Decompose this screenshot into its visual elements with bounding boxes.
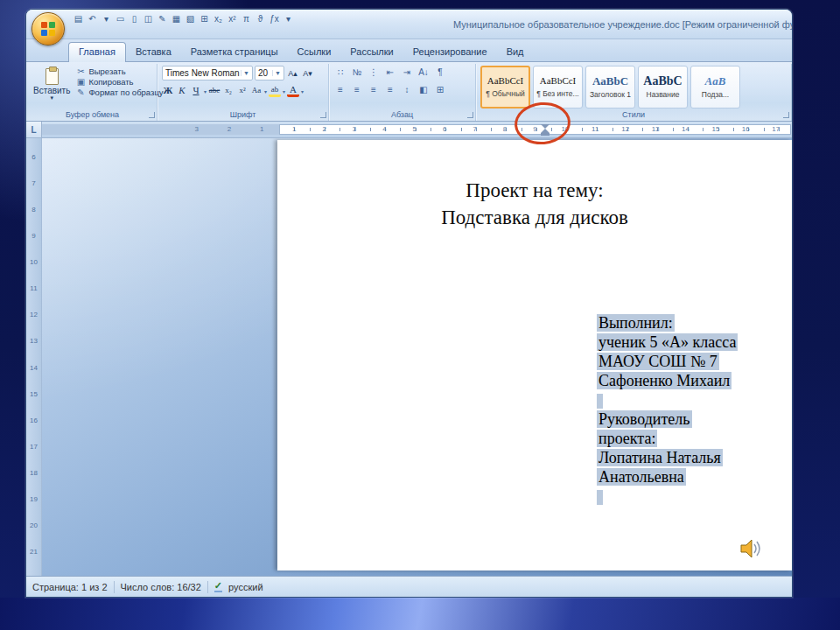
increase-indent-icon[interactable]: ⇥ bbox=[400, 66, 414, 80]
ruler-number: 10 bbox=[26, 249, 41, 276]
selected-line[interactable]: ученик 5 «А» класса bbox=[597, 332, 738, 352]
print-preview-icon[interactable]: ◫ bbox=[142, 12, 155, 26]
title-line[interactable]: Подставка для дисков bbox=[277, 204, 792, 231]
format-painter-button[interactable]: ✎ Формат по образцу bbox=[75, 88, 163, 97]
copy-button[interactable]: ▣ Копировать bbox=[75, 77, 163, 87]
edit-icon[interactable]: ✎ bbox=[156, 12, 169, 26]
function-icon[interactable]: ƒx bbox=[268, 12, 281, 26]
clipboard-icon bbox=[46, 68, 59, 85]
grow-font-button[interactable]: А▴ bbox=[286, 66, 299, 80]
selected-line[interactable] bbox=[597, 486, 738, 506]
selected-line[interactable]: Выполнил: bbox=[597, 313, 738, 332]
theta-icon[interactable]: ϑ bbox=[254, 12, 267, 26]
line-spacing-icon[interactable]: ↕ bbox=[400, 83, 414, 97]
borders-grid-icon[interactable]: ⊞ bbox=[433, 83, 447, 97]
font-dialog-launcher-icon[interactable] bbox=[320, 112, 326, 118]
italic-button[interactable]: К bbox=[176, 84, 188, 98]
case-dropdown-icon[interactable]: ▾ bbox=[264, 88, 267, 94]
font-family-combo[interactable]: Times New Roman ▼ bbox=[162, 66, 253, 80]
paste-dropdown-icon[interactable]: ▾ bbox=[50, 95, 53, 101]
undo-dropdown-icon[interactable]: ▾ bbox=[100, 12, 113, 26]
clipboard-dialog-launcher-icon[interactable] bbox=[149, 112, 155, 118]
status-language[interactable]: русский bbox=[228, 582, 262, 592]
new-document-icon[interactable]: ▯ bbox=[128, 12, 141, 26]
tab-review[interactable]: Рецензирование bbox=[403, 43, 497, 61]
justify-icon[interactable]: ≡ bbox=[383, 83, 397, 97]
tab-insert[interactable]: Вставка bbox=[126, 43, 181, 61]
selected-line[interactable]: Анатольевна bbox=[597, 467, 738, 486]
ruler-number: 12 bbox=[610, 122, 640, 137]
styles-dialog-launcher-icon[interactable] bbox=[783, 112, 789, 118]
qat-menu-icon[interactable]: ▾ bbox=[282, 12, 295, 26]
superscript-button[interactable]: x² bbox=[236, 84, 248, 98]
font-color-button[interactable]: А bbox=[287, 85, 299, 97]
title-line[interactable]: Проект на тему: bbox=[277, 177, 792, 204]
highlight-color-button[interactable]: ab bbox=[269, 85, 281, 97]
ruler-number: 3 bbox=[340, 122, 369, 137]
word-window: ▤ ↶ ▾ ▭ ▯ ◫ ✎ ▦ ▧ ⊞ x₂ x² bbox=[25, 9, 793, 598]
paragraph-dialog-launcher-icon[interactable] bbox=[467, 112, 473, 118]
style-card[interactable]: AaB Подза... bbox=[690, 66, 740, 108]
subscript-icon[interactable]: x₂ bbox=[212, 12, 225, 26]
shading-icon[interactable]: ◧ bbox=[416, 83, 430, 97]
document-page[interactable]: Проект на тему:Подставка для дисков Выпо… bbox=[277, 140, 792, 570]
superscript-icon[interactable]: x² bbox=[226, 12, 239, 26]
tab-view[interactable]: Вид bbox=[497, 43, 534, 61]
cut-button[interactable]: ✂ Вырезать bbox=[75, 66, 163, 76]
selected-line[interactable]: Сафоненко Михаил bbox=[597, 371, 738, 390]
pi-icon[interactable]: π bbox=[240, 12, 253, 26]
selected-line[interactable]: Руководитель bbox=[597, 410, 738, 429]
selected-line[interactable]: проекта: bbox=[597, 429, 738, 448]
office-button[interactable] bbox=[32, 12, 65, 46]
style-card[interactable]: AaBbCcI ¶ Обычный bbox=[480, 66, 530, 108]
sort-icon[interactable]: А↓ bbox=[416, 66, 430, 80]
undo-icon[interactable]: ↶ bbox=[86, 12, 99, 26]
save-icon[interactable]: ▤ bbox=[72, 12, 85, 26]
spell-check-icon[interactable]: ✓ bbox=[214, 581, 222, 592]
align-right-icon[interactable]: ≡ bbox=[367, 83, 381, 97]
highlight-dropdown-icon[interactable]: ▾ bbox=[283, 88, 285, 94]
subscript-button[interactable]: x₂ bbox=[222, 84, 234, 98]
paragraph-group: ∷ № ⋮ ⇤ ⇥ А↓ ¶ ≡ ≡ bbox=[329, 64, 476, 121]
multilevel-list-icon[interactable]: ⋮ bbox=[367, 66, 381, 80]
bullets-icon[interactable]: ∷ bbox=[333, 66, 347, 80]
chevron-down-icon[interactable]: ▼ bbox=[241, 70, 249, 76]
ruler-number: 13 bbox=[640, 122, 670, 137]
selected-line[interactable]: Лопатина Наталья bbox=[597, 448, 738, 467]
status-page-count[interactable]: Страница: 1 из 2 bbox=[32, 582, 108, 592]
align-left-icon[interactable]: ≡ bbox=[333, 83, 347, 97]
chevron-down-icon[interactable]: ▼ bbox=[272, 70, 281, 76]
decrease-indent-icon[interactable]: ⇤ bbox=[383, 66, 397, 80]
pilcrow-icon[interactable]: ¶ bbox=[433, 66, 447, 80]
paste-button[interactable]: Вставить ▾ bbox=[32, 66, 71, 102]
title-bar: ▤ ↶ ▾ ▭ ▯ ◫ ✎ ▦ ▧ ⊞ x₂ x² bbox=[26, 10, 792, 39]
tab-mailings[interactable]: Рассылки bbox=[340, 43, 402, 61]
underline-dropdown-icon[interactable]: ▾ bbox=[204, 88, 206, 94]
open-icon[interactable]: ▭ bbox=[114, 12, 127, 26]
ruler-number: 9 bbox=[26, 222, 41, 248]
status-word-count[interactable]: Число слов: 16/32 bbox=[121, 582, 201, 592]
tab-home[interactable]: Главная bbox=[68, 42, 126, 62]
shrink-font-button[interactable]: А▾ bbox=[301, 66, 314, 80]
table-icon[interactable]: ▦ bbox=[170, 12, 183, 26]
tab-stop-selector[interactable]: L bbox=[26, 122, 42, 137]
strikethrough-button[interactable]: abe bbox=[208, 84, 220, 98]
style-card[interactable]: AaBbC Заголовок 1 bbox=[585, 66, 635, 108]
numbering-icon[interactable]: № bbox=[350, 66, 364, 80]
bold-button[interactable]: Ж bbox=[162, 84, 174, 98]
selected-line[interactable] bbox=[597, 390, 738, 410]
tab-references[interactable]: Ссылки bbox=[288, 43, 341, 61]
chart-icon[interactable]: ▧ bbox=[184, 12, 197, 26]
borders-icon[interactable]: ⊞ bbox=[198, 12, 211, 26]
change-case-button[interactable]: Aa bbox=[250, 84, 262, 98]
style-card[interactable]: AaBbC Название bbox=[638, 66, 688, 108]
vertical-ruler: 6789101112131415161718192021 bbox=[26, 138, 42, 576]
underline-button[interactable]: Ч bbox=[190, 84, 202, 98]
font-color-dropdown-icon[interactable]: ▾ bbox=[301, 88, 304, 94]
font-size-combo[interactable]: 20 ▼ bbox=[255, 66, 284, 80]
ribbon: Вставить ▾ ✂ Вырезать ▣ Копировать bbox=[26, 62, 792, 122]
tab-page-layout[interactable]: Разметка страницы bbox=[181, 43, 288, 61]
speaker-icon[interactable] bbox=[739, 537, 764, 560]
align-center-icon[interactable]: ≡ bbox=[350, 83, 364, 97]
selected-line[interactable]: МАОУ СОШ № 7 bbox=[597, 352, 738, 371]
